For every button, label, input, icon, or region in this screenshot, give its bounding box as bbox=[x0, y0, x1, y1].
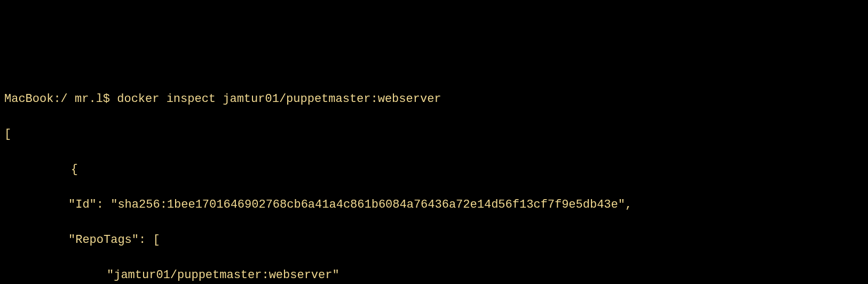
json-field-repotags-open: "RepoTags": [ bbox=[4, 231, 864, 249]
json-field-id: "Id": "sha256:1bee1701646902768cb6a41a4c… bbox=[4, 196, 864, 214]
command-text: docker inspect jamtur01/puppetmaster:web… bbox=[117, 92, 441, 106]
shell-prompt: MacBook:/ mr.l$ bbox=[4, 92, 117, 106]
json-open-brace: { bbox=[4, 161, 864, 178]
json-repotag-value: "jamtur01/puppetmaster:webserver" bbox=[4, 266, 864, 284]
terminal-output[interactable]: MacBook:/ mr.l$ docker inspect jamtur01/… bbox=[4, 73, 864, 284]
json-open-bracket: [ bbox=[4, 125, 864, 143]
prompt-line: MacBook:/ mr.l$ docker inspect jamtur01/… bbox=[4, 90, 864, 108]
